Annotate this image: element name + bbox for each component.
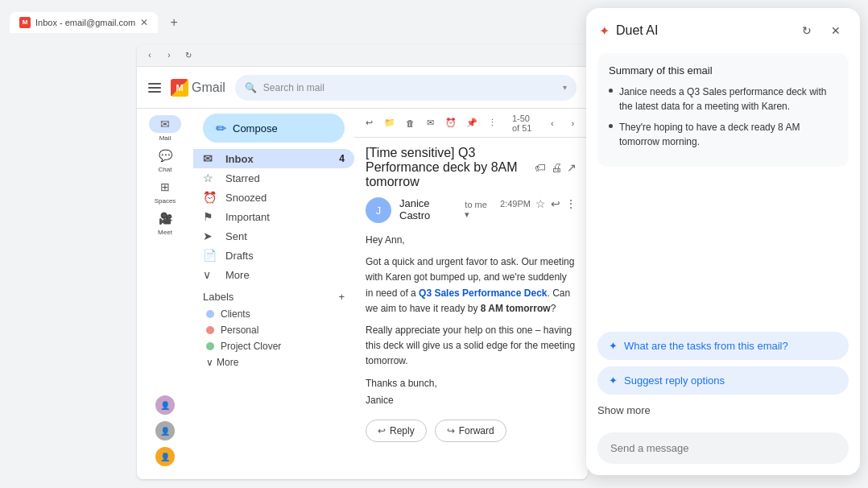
back-button[interactable]: ‹ <box>143 49 156 62</box>
star-email-icon[interactable]: ☆ <box>535 197 546 210</box>
chat-icon: 💬 <box>149 147 181 164</box>
sidebar-item-drafts[interactable]: 📄 Drafts <box>193 246 354 265</box>
email-time: 2:49PM <box>500 199 531 209</box>
duet-input-area <box>586 424 860 475</box>
bullet-dot-1 <box>609 89 613 93</box>
forward-button[interactable]: › <box>163 49 176 62</box>
toolbar-more-button[interactable]: ⋮ <box>486 113 499 134</box>
highlighted-text: Q3 Sales Performance Deck <box>419 287 547 299</box>
labels-add-icon[interactable]: + <box>338 291 345 303</box>
duet-ai-panel: ✦ Duet AI ↻ ✕ Summary of this email Jani… <box>586 8 860 475</box>
email-subject: [Time sensitive] Q3 Performance deck by … <box>366 146 577 189</box>
toolbar-next-button[interactable]: › <box>566 113 580 134</box>
show-more-button[interactable]: Show more <box>586 403 860 424</box>
suggestion-chip-reply-label: Suggest reply options <box>624 374 725 387</box>
duet-refresh-button[interactable]: ↻ <box>796 19 818 42</box>
email-paragraph-1: Got a quick and urgent favor to ask. Our… <box>366 254 577 316</box>
reply-quick-icon[interactable]: ↩ <box>551 197 560 210</box>
label-icon[interactable]: 🏷 <box>535 161 546 174</box>
sidebar-item-mail[interactable]: ✉ Mail <box>137 115 193 142</box>
avatar-2[interactable]: 👤 <box>155 421 175 440</box>
avatar-1[interactable]: 👤 <box>155 395 175 415</box>
drafts-label: Drafts <box>225 250 254 262</box>
suggestion-chip-tasks[interactable]: ✦ What are the tasks from this email? <box>597 332 849 360</box>
drafts-icon: 📄 <box>203 249 217 262</box>
sender-name: Janice Castro <box>399 197 458 221</box>
pagination-text: 1-50 of 51 <box>512 114 539 133</box>
labels-title: Labels <box>203 291 234 303</box>
suggestion-chip-reply[interactable]: ✦ Suggest reply options <box>597 366 849 395</box>
sidebar-item-important[interactable]: ⚑ Important <box>193 207 354 226</box>
sidebar-item-chat[interactable]: 💬 Chat <box>137 147 193 173</box>
gmail-header: M Gmail 🔍 Search in mail ▾ <box>137 67 588 109</box>
email-view-area: ↩ 📁 🗑 ✉ ⏰ 📌 ⋮ 1-50 of 51 ‹ › [Time sensi… <box>354 109 588 479</box>
reply-button[interactable]: ↩ Reply <box>366 420 427 442</box>
sidebar-mail-label: Mail <box>159 134 172 142</box>
sender-to-label: to me ▾ <box>465 200 492 220</box>
toolbar-pin-button[interactable]: 📌 <box>465 113 478 134</box>
new-tab-button[interactable]: + <box>164 13 184 32</box>
inbox-icon: ✉ <box>203 152 217 165</box>
email-message-header: J Janice Castro to me ▾ 2:49PM ☆ ↩ ⋮ <box>366 197 577 223</box>
toolbar-prev-button[interactable]: ‹ <box>545 113 559 134</box>
refresh-icon: ↻ <box>802 24 812 37</box>
hamburger-menu[interactable] <box>148 83 161 93</box>
toolbar-mark-unread-button[interactable]: ✉ <box>424 113 437 134</box>
sidebar-item-spaces[interactable]: ⊞ Spaces <box>137 178 193 205</box>
message-actions: 2:49PM ☆ ↩ ⋮ <box>500 197 577 210</box>
search-icon: 🔍 <box>245 82 257 93</box>
search-filter-icon: ▾ <box>563 83 567 92</box>
sidebar-item-inbox[interactable]: ✉ Inbox 4 <box>193 149 354 168</box>
sidebar-item-sent[interactable]: ➤ Sent <box>193 226 354 246</box>
sidebar-item-more[interactable]: ∨ More <box>193 265 354 284</box>
clients-label: Clients <box>221 308 250 320</box>
close-icon: ✕ <box>831 24 841 37</box>
label-clients[interactable]: Clients <box>203 306 345 322</box>
reply-area: ↩ Reply ↪ Forward <box>366 420 577 442</box>
bullet-1-text: Janice needs a Q3 Sales performance deck… <box>619 85 837 114</box>
duet-message-input[interactable] <box>597 432 849 464</box>
project-clover-label: Project Clover <box>221 341 281 352</box>
search-input[interactable]: Search in mail <box>263 82 556 93</box>
toolbar-archive-button[interactable]: 📁 <box>382 113 396 134</box>
gmail-window: ‹ › ↻ M Gmail 🔍 Search in mail ▾ ✉ Mail … <box>137 44 588 479</box>
label-project-clover[interactable]: Project Clover <box>203 338 345 354</box>
compose-button[interactable]: ✏ Compose <box>203 114 345 143</box>
duet-ai-header: ✦ Duet AI ↻ ✕ <box>586 8 860 53</box>
labels-section: Labels + Clients Personal Project Clover… <box>193 284 354 374</box>
tab-label: Inbox - email@gmail.com <box>35 18 135 27</box>
toolbar-delete-button[interactable]: 🗑 <box>403 113 417 134</box>
gmail-search-bar[interactable]: 🔍 Search in mail ▾ <box>235 75 577 101</box>
more-actions-icon[interactable]: ⋮ <box>565 197 577 210</box>
print-icon[interactable]: 🖨 <box>551 161 562 174</box>
bold-time-text: 8 AM tomorrow <box>481 303 551 314</box>
email-signature: Janice <box>366 393 577 408</box>
duet-summary-card: Summary of this email Janice needs a Q3 … <box>597 53 849 167</box>
bullet-2-text: They're hoping to have a deck ready 8 AM… <box>619 120 837 149</box>
sidebar-item-snoozed[interactable]: ⏰ Snoozed <box>193 188 354 207</box>
email-toolbar: ↩ 📁 🗑 ✉ ⏰ 📌 ⋮ 1-50 of 51 ‹ › <box>354 109 588 138</box>
tab-close-button[interactable]: ✕ <box>140 17 148 28</box>
browser-tab[interactable]: M Inbox - email@gmail.com ✕ <box>10 12 158 33</box>
forward-btn-icon: ↪ <box>447 425 455 436</box>
forward-button[interactable]: ↪ Forward <box>435 420 506 442</box>
refresh-nav-button[interactable]: ↻ <box>182 49 195 62</box>
toolbar-snooze-button[interactable]: ⏰ <box>444 113 458 134</box>
labels-more-link[interactable]: ∨ More <box>203 354 345 370</box>
sidebar-item-meet[interactable]: 🎥 Meet <box>137 209 193 236</box>
label-personal[interactable]: Personal <box>203 322 345 338</box>
tab-favicon: M <box>19 17 31 28</box>
duet-close-button[interactable]: ✕ <box>825 19 847 42</box>
duet-bullet-2: They're hoping to have a deck ready 8 AM… <box>609 120 837 149</box>
starred-label: Starred <box>225 172 260 184</box>
snoozed-icon: ⏰ <box>203 191 217 204</box>
starred-icon: ☆ <box>203 172 217 184</box>
avatar-3[interactable]: 👤 <box>155 447 175 466</box>
toolbar-back-button[interactable]: ↩ <box>362 113 376 134</box>
labels-more-text: More <box>217 357 238 368</box>
personal-color-dot <box>206 326 214 334</box>
open-in-new-icon[interactable]: ↗ <box>567 161 577 174</box>
sidebar-item-starred[interactable]: ☆ Starred <box>193 168 354 188</box>
spaces-icon: ⊞ <box>149 178 181 196</box>
sidebar-meet-label: Meet <box>158 229 172 236</box>
